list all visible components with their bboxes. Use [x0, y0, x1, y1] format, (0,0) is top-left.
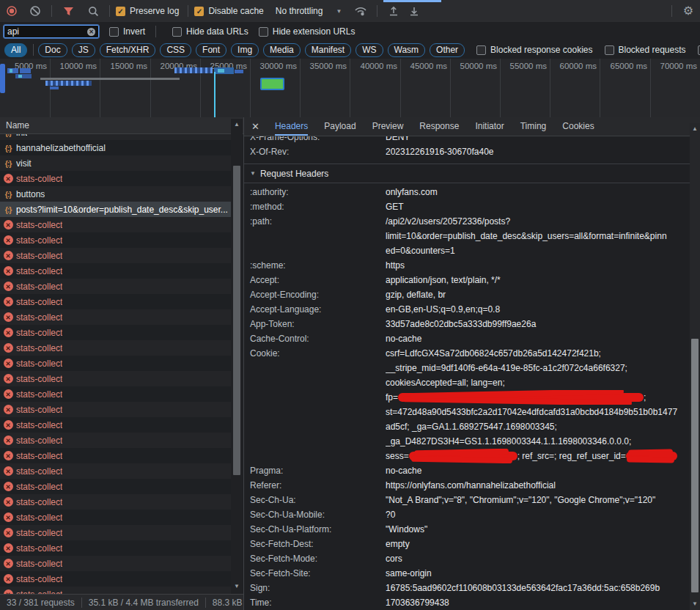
disable-cache-checkbox[interactable]: ✓ [194, 7, 204, 16]
request-row[interactable]: {:}visit [0, 155, 231, 171]
network-conditions-button[interactable] [352, 2, 369, 20]
scroll-up-icon[interactable]: ▲ [690, 125, 700, 133]
tab-payload[interactable]: Payload [324, 117, 355, 136]
resources-size: 88.3 kB [206, 598, 249, 608]
json-file-icon: {:} [5, 159, 12, 168]
request-row[interactable]: ✕stats-collect [0, 556, 231, 571]
type-filter-js[interactable]: JS [72, 43, 95, 57]
request-row[interactable]: ✕stats-collect [0, 217, 231, 232]
request-row[interactable]: ✕stats-collect [0, 263, 231, 279]
chevron-down-icon[interactable]: ▼ [336, 8, 342, 15]
request-row[interactable]: ✕stats-collect [0, 587, 231, 594]
type-filter-ws[interactable]: WS [355, 43, 383, 57]
request-row[interactable]: {:}init [0, 134, 231, 140]
hide-data-urls-checkbox[interactable] [172, 27, 182, 37]
network-conditions-icon [354, 6, 367, 16]
invert-checkbox[interactable] [109, 27, 119, 37]
details-scrollbar-thumb[interactable] [691, 339, 699, 592]
request-row[interactable]: ✕stats-collect [0, 279, 231, 294]
import-har-button[interactable] [385, 2, 402, 20]
type-filter-css[interactable]: CSS [160, 43, 191, 57]
header-row: Time:1703636799438 [244, 595, 690, 610]
blocked-requests-checkbox[interactable] [605, 45, 614, 55]
error-icon: ✕ [4, 297, 13, 306]
clear-button[interactable] [26, 2, 44, 20]
waterfall-bar [218, 69, 224, 73]
tab-preview[interactable]: Preview [372, 117, 404, 136]
request-row[interactable]: ✕stats-collect [0, 571, 231, 587]
settings-button[interactable]: ⚙ [679, 2, 697, 20]
clear-filter-icon[interactable]: ✕ [87, 28, 95, 36]
tab-response[interactable]: Response [419, 117, 459, 136]
type-filter-doc[interactable]: Doc [38, 43, 67, 57]
request-row[interactable]: ✕stats-collect [0, 494, 231, 510]
type-filter-media[interactable]: Media [263, 43, 301, 57]
tab-cookies[interactable]: Cookies [562, 117, 594, 136]
header-name: Cache-Control: [244, 331, 386, 346]
request-row[interactable]: {:}buttons [0, 186, 231, 202]
request-row[interactable]: ✕stats-collect [0, 540, 231, 556]
json-file-icon: {:} [5, 190, 12, 199]
request-headers-section-header[interactable]: ▼Request Headers [244, 164, 690, 183]
request-row[interactable]: {:}hannahelizabethofficial [0, 140, 231, 155]
devtools-tab-indicator [383, 0, 441, 2]
type-filter-img[interactable]: Img [231, 43, 259, 57]
request-row[interactable]: ✕stats-collect [0, 448, 231, 463]
error-icon: ✕ [4, 451, 13, 460]
type-filter-font[interactable]: Font [196, 43, 226, 57]
request-row[interactable]: ✕stats-collect [0, 525, 231, 540]
request-row[interactable]: ✕stats-collect [0, 510, 231, 525]
scroll-down-icon[interactable]: ▼ [690, 600, 700, 609]
type-filter-fetch-xhr[interactable]: Fetch/XHR [100, 43, 156, 57]
request-row[interactable]: ✕stats-collect [0, 386, 231, 402]
header-row: Accept-Language:en-GB,en-US;q=0.9,en;q=0… [244, 302, 690, 317]
blocked-response-cookies-checkbox[interactable] [476, 45, 486, 55]
filter-input[interactable] [7, 26, 87, 37]
header-row: Pragma:no-cache [244, 463, 690, 478]
list-scrollbar[interactable]: ▲ ▼ [231, 119, 243, 592]
request-row[interactable]: ✕stats-collect [0, 325, 231, 340]
request-row[interactable]: ✕stats-collect [0, 417, 231, 433]
request-row[interactable]: ✕stats-collect [0, 232, 231, 248]
scroll-up-icon[interactable]: ▲ [231, 120, 243, 129]
search-button[interactable] [84, 2, 102, 20]
close-icon[interactable]: ✕ [251, 121, 259, 132]
scroll-down-icon[interactable]: ▼ [231, 582, 243, 591]
list-scrollbar-thumb[interactable] [233, 166, 240, 475]
type-filter-other[interactable]: Other [430, 43, 465, 57]
name-column-header[interactable]: Name [0, 117, 243, 134]
3rd-party-requests-checkbox[interactable] [698, 45, 700, 55]
hide-extension-urls-checkbox[interactable] [259, 27, 268, 37]
toolbar-divider [51, 5, 52, 17]
throttling-select[interactable]: No throttling [276, 6, 323, 16]
tab-timing[interactable]: Timing [520, 117, 547, 136]
header-name: Cookie: [244, 346, 386, 463]
waterfall-bar [174, 67, 213, 73]
record-button[interactable] [3, 2, 21, 20]
request-row[interactable]: ✕stats-collect [0, 433, 231, 448]
details-scrollbar[interactable]: ▲ ▼ [690, 123, 700, 610]
request-row[interactable]: ✕stats-collect [0, 463, 231, 479]
tab-headers[interactable]: Headers [275, 117, 308, 136]
type-filter-wasm[interactable]: Wasm [388, 43, 426, 57]
header-row: :path:/api2/v2/users/20572336/posts?limi… [244, 214, 690, 258]
request-row[interactable]: ✕stats-collect [0, 294, 231, 309]
type-filter-manifest[interactable]: Manifest [305, 43, 351, 57]
preserve-log-label: Preserve log [130, 6, 179, 16]
network-overview[interactable]: 5000 ms10000 ms15000 ms20000 ms25000 ms3… [0, 59, 700, 118]
type-filter-all[interactable]: All [4, 43, 27, 57]
request-row[interactable]: ✕stats-collect [0, 340, 231, 356]
request-row[interactable]: {:}posts?limit=10&order=publish_date_des… [0, 202, 231, 217]
request-row[interactable]: ✕stats-collect [0, 171, 231, 186]
tab-initiator[interactable]: Initiator [475, 117, 504, 136]
request-row[interactable]: ✕stats-collect [0, 479, 231, 494]
export-har-button[interactable] [405, 2, 423, 20]
preserve-log-checkbox[interactable]: ✓ [116, 7, 125, 16]
filter-button[interactable] [59, 2, 77, 20]
request-row[interactable]: ✕stats-collect [0, 309, 231, 325]
request-row[interactable]: ✕stats-collect [0, 371, 231, 386]
error-icon: ✕ [4, 374, 13, 383]
request-row[interactable]: ✕stats-collect [0, 248, 231, 263]
request-row[interactable]: ✕stats-collect [0, 402, 231, 417]
request-row[interactable]: ✕stats-collect [0, 356, 231, 371]
